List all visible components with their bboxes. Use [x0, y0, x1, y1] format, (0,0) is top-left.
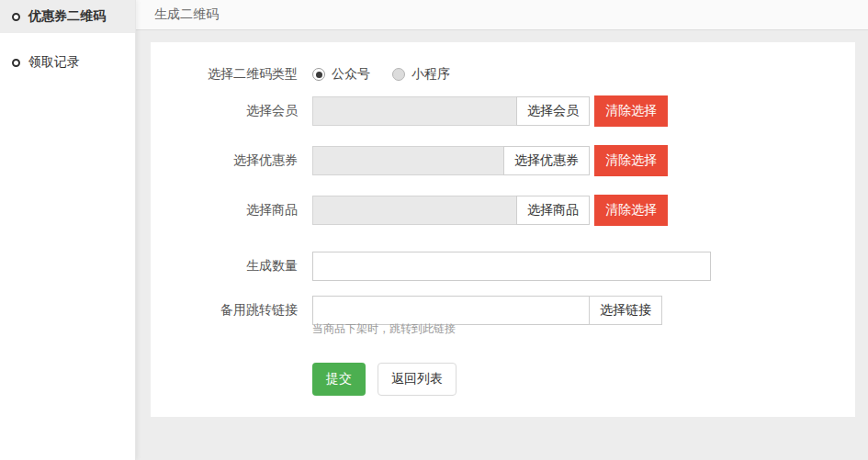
link-hint: 当商品下架时，跳转到此链接 [312, 321, 456, 337]
radio-option-label: 公众号 [332, 66, 370, 83]
sidebar-item-coupon-qrcode[interactable]: 优惠券二维码 [0, 0, 135, 33]
radio-option-label: 小程序 [411, 66, 450, 83]
back-to-list-button[interactable]: 返回列表 [378, 363, 457, 396]
coupon-row: 选择优惠券 选择优惠券 清除选择 [151, 145, 855, 176]
coupon-select-button[interactable]: 选择优惠券 [503, 146, 590, 175]
member-input[interactable] [312, 96, 517, 126]
radio-unchecked-icon[interactable] [392, 68, 405, 81]
link-select-button[interactable]: 选择链接 [589, 296, 662, 325]
member-row: 选择会员 选择会员 清除选择 [151, 95, 855, 127]
qr-type-row: 选择二维码类型 公众号 小程序 [151, 66, 855, 83]
page-title: 生成二维码 [154, 6, 219, 23]
member-input-group: 选择会员 [312, 96, 590, 126]
coupon-input-group: 选择优惠券 [312, 146, 590, 175]
radio-option-miniprogram[interactable]: 小程序 [392, 66, 450, 83]
sidebar-item-label: 领取记录 [28, 54, 80, 71]
product-input[interactable] [312, 196, 517, 225]
field-label: 选择二维码类型 [151, 66, 312, 83]
field-label: 生成数量 [151, 258, 312, 275]
radio-option-official[interactable]: 公众号 [312, 66, 370, 83]
product-row: 选择商品 选择商品 清除选择 [151, 195, 855, 226]
sidebar-item-label: 优惠券二维码 [28, 8, 106, 25]
circle-icon [12, 13, 20, 21]
sidebar-item-claim-records[interactable]: 领取记录 [0, 46, 135, 79]
product-input-group: 选择商品 [312, 196, 590, 225]
radio-checked-icon[interactable] [312, 68, 325, 81]
submit-button[interactable]: 提交 [312, 363, 366, 396]
field-label: 选择商品 [151, 202, 312, 219]
actions-row: 提交 返回列表 [151, 363, 855, 396]
form-card: 选择二维码类型 公众号 小程序 选择会员 选择会员 清除选择 [151, 42, 855, 417]
coupon-input[interactable] [312, 146, 504, 175]
field-label: 备用跳转链接 [151, 302, 312, 319]
app-window: 优惠券二维码 领取记录 生成二维码 选择二维码类型 公众号 小程序 [0, 0, 868, 460]
circle-icon [12, 59, 20, 67]
field-label: 选择优惠券 [151, 152, 312, 169]
sidebar: 优惠券二维码 领取记录 [0, 0, 136, 460]
field-label: 选择会员 [151, 103, 312, 119]
topbar: 生成二维码 [136, 0, 868, 30]
product-clear-button[interactable]: 清除选择 [594, 195, 668, 226]
coupon-clear-button[interactable]: 清除选择 [594, 145, 668, 176]
product-select-button[interactable]: 选择商品 [516, 196, 590, 225]
main-area: 生成二维码 选择二维码类型 公众号 小程序 选择会员 选 [136, 0, 868, 460]
member-select-button[interactable]: 选择会员 [516, 96, 590, 126]
member-clear-button[interactable]: 清除选择 [594, 95, 668, 127]
quantity-input[interactable] [312, 252, 711, 281]
quantity-row: 生成数量 [151, 252, 855, 281]
